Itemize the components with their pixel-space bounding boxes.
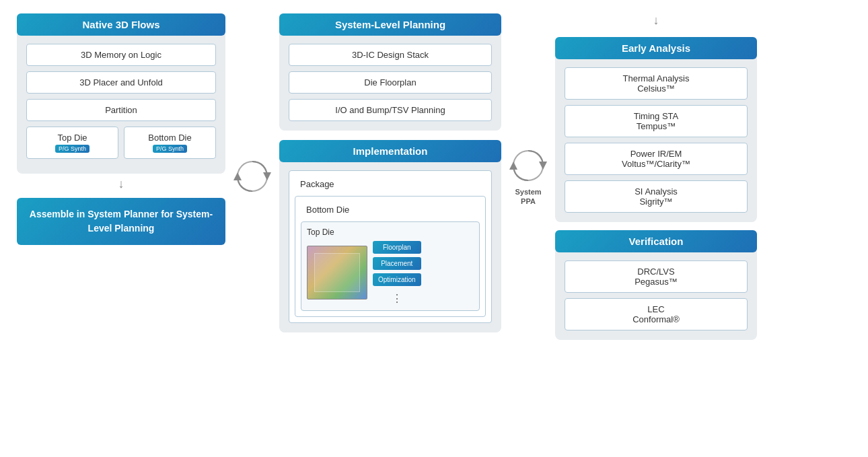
native3d-item-3: Partition [26,99,216,121]
native3d-item-2: 3D Placer and Unfold [26,71,216,94]
placement-btn: Placement [373,257,421,270]
floorplan-btn: Floorplan [373,241,421,254]
optimization-btn: Optimization [373,273,421,286]
implementation-header: Implementation [279,140,501,162]
package-box: Package Bottom Die Top Die Floorplan Pla… [289,170,492,323]
native3d-header: Native 3D Flows [17,13,225,36]
assemble-box: Assemble in System Planner for System-Le… [17,198,225,245]
top-die-box: Top Die P/G Synth [26,127,118,159]
connector-right: SystemPPA [501,13,555,340]
top-die-impl-box: Top Die Floorplan Placement Optimization… [301,221,480,311]
pg-synth-badge-top: P/G Synth [55,145,89,153]
bottom-die-impl-label: Bottom Die [301,202,480,217]
early-item-2: Timing STA Tempus™ [565,105,748,137]
more-dots: ⋮ [373,292,421,305]
verification-header: Verification [555,230,757,252]
verif-item-1: DRC/LVS Pegasus™ [565,260,748,293]
bottom-die-box: Bottom Die P/G Synth [124,127,216,159]
early-item-3: Power IR/EM Voltus™/Clarity™ [565,143,748,175]
sysplan-item-2: Die Floorplan [289,71,492,94]
top-die-impl-label: Top Die [307,227,474,237]
system-planning-section: System-Level Planning 3D-IC Design Stack… [279,13,501,131]
system-planning-header: System-Level Planning [279,13,501,36]
arrow-down-left: ↓ [17,177,225,191]
connector-left [225,13,279,340]
top-arrow-right: ↓ [555,13,757,28]
early-analysis-header: Early Analysis [555,37,757,59]
pg-synth-badge-bottom: P/G Synth [153,145,187,153]
sysplan-item-3: I/O and Bump/TSV Planning [289,99,492,121]
verification-section: Verification DRC/LVS Pegasus™ LEC Confor… [555,230,757,340]
early-item-4: SI Analysis Sigrity™ [565,180,748,213]
package-label: Package [295,176,486,192]
chip-image [307,246,367,300]
bottom-die-impl-box: Bottom Die Top Die Floorplan Placement O… [295,196,486,317]
early-item-1: Thermal Analysis Celsius™ [565,67,748,100]
early-analysis-section: Early Analysis Thermal Analysis Celsius™… [555,37,757,222]
verif-item-2: LEC Conformal® [565,298,748,330]
native3d-item-1: 3D Memory on Logic [26,44,216,66]
system-ppa-label: SystemPPA [515,187,541,207]
implementation-section: Implementation Package Bottom Die Top Di… [279,140,501,332]
sysplan-item-1: 3D-IC Design Stack [289,44,492,66]
